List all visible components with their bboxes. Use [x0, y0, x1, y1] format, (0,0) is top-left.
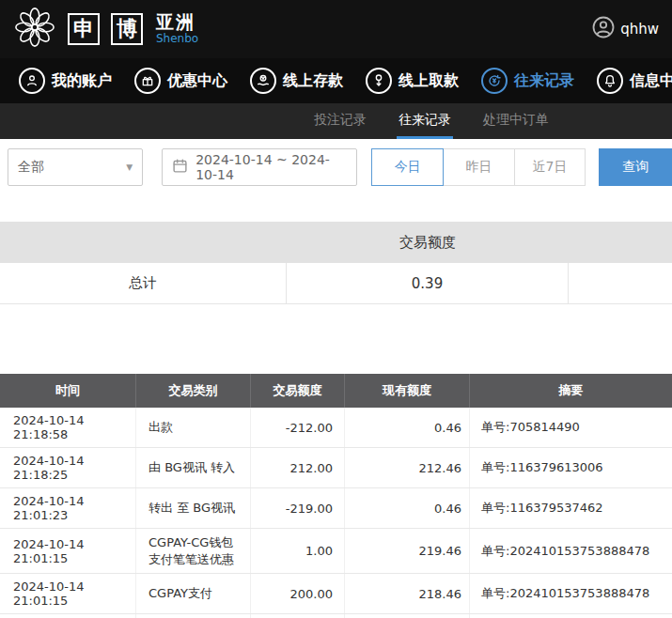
date-range-value: 2024-10-14 ~ 2024-10-14	[195, 152, 347, 182]
cell-amount: -219.00	[251, 488, 345, 528]
cell-balance: 212.46	[345, 448, 470, 487]
tab-pending-orders[interactable]: 处理中订单	[481, 103, 551, 139]
transfer-records-icon	[481, 68, 508, 94]
cell-amount: -212.00	[251, 408, 345, 447]
nav-item-messages[interactable]: 信息中心	[597, 68, 672, 94]
col-header-amount: 交易额度	[251, 374, 345, 408]
transaction-type-select[interactable]: 全部 ▼	[8, 148, 143, 186]
table-row: 2024-10-14 21:18:58 出款 -212.00 0.46 单号:7…	[0, 408, 672, 448]
nav-label: 往来记录	[514, 71, 574, 91]
main-navigation: 我的账户 优惠中心 线上存款 线上取款 往来记录 信息中心	[0, 58, 672, 103]
cell-type: 由 BG视讯 转入	[136, 448, 251, 487]
gift-icon	[134, 68, 161, 94]
summary-total-row: 总计 0.39	[0, 263, 672, 304]
cell-type: CGPAY支付	[136, 574, 251, 613]
cell-time: 2024-10-14 21:01:23	[0, 488, 136, 528]
transactions-table: 时间 交易类别 交易额度 现有额度 摘要 2024-10-14 21:18:58…	[0, 374, 672, 618]
username-label: qhhw	[620, 21, 659, 38]
summary-header-amount: 交易额度	[287, 234, 569, 252]
select-value: 全部	[18, 159, 44, 176]
cell-type: 转出 至 BG视讯	[136, 488, 251, 528]
cell-amount: 212.00	[251, 448, 345, 487]
nav-label: 线上存款	[283, 71, 343, 91]
nav-label: 线上取款	[399, 71, 459, 91]
today-button[interactable]: 今日	[371, 148, 444, 186]
tab-transfer-records[interactable]: 往来记录	[397, 103, 453, 139]
cell-time: 2024-10-14 21:01:15	[0, 574, 136, 613]
cell-note: 单号:202410153753888478	[470, 574, 672, 613]
search-button[interactable]: 查询	[599, 148, 672, 186]
deposit-icon	[250, 68, 276, 94]
table-row: 2024-10-14 21:00:49 活动优惠 18.00 18.46	[0, 614, 672, 618]
brand-name-label: Shenbo	[156, 33, 198, 46]
cell-amount: 1.00	[251, 529, 345, 573]
cell-balance: 218.46	[345, 574, 470, 613]
cell-note: 单号:202410153753888478	[470, 529, 672, 573]
cell-type: 出款	[136, 408, 251, 447]
cell-time: 2024-10-14 21:18:58	[0, 408, 136, 447]
summary-total-value: 0.39	[287, 263, 569, 303]
bell-icon	[597, 68, 623, 94]
summary-table: 交易额度 总计 0.39	[0, 222, 672, 304]
brand-region-label: 亚洲	[156, 12, 198, 33]
last-7-days-button[interactable]: 近7日	[514, 148, 586, 186]
nav-item-promotions[interactable]: 优惠中心	[134, 68, 227, 94]
cell-time: 2024-10-14 21:18:25	[0, 448, 136, 487]
table-row: 2024-10-14 21:01:15 CGPAY-CG钱包支付笔笔送优惠 1.…	[0, 529, 672, 574]
cell-type: 活动优惠	[136, 614, 251, 618]
cell-note	[470, 614, 672, 618]
nav-item-deposit[interactable]: 线上存款	[250, 68, 343, 94]
cell-balance: 0.46	[345, 408, 470, 447]
cell-note: 单号:705814490	[470, 408, 672, 447]
site-logo[interactable]: 申 博 亚洲 Shenbo	[13, 6, 198, 53]
col-header-type: 交易类别	[136, 374, 251, 408]
cell-time: 2024-10-14 21:00:49	[0, 614, 136, 618]
cell-time: 2024-10-14 21:01:15	[0, 529, 136, 573]
cell-note: 单号:116379613006	[470, 448, 672, 487]
filter-bar: 全部 ▼ 2024-10-14 ~ 2024-10-14 今日 昨日 近7日 查…	[0, 139, 672, 195]
date-range-input[interactable]: 2024-10-14 ~ 2024-10-14	[162, 148, 357, 186]
tab-bet-records[interactable]: 投注记录	[312, 103, 368, 139]
withdraw-icon	[366, 68, 392, 94]
col-header-time: 时间	[0, 374, 136, 408]
nav-item-my-account[interactable]: 我的账户	[19, 68, 112, 94]
table-row: 2024-10-14 21:01:23 转出 至 BG视讯 -219.00 0.…	[0, 488, 672, 529]
user-account-menu[interactable]: qhhw	[592, 16, 659, 42]
transactions-header-row: 时间 交易类别 交易额度 现有额度 摘要	[0, 374, 672, 408]
cell-note: 单号:116379537462	[470, 488, 672, 528]
top-bar: 申 博 亚洲 Shenbo qhhw	[0, 0, 672, 58]
summary-spacer-cell	[569, 263, 672, 303]
cell-type: CGPAY-CG钱包支付笔笔送优惠	[136, 529, 251, 573]
cell-amount: 18.00	[251, 614, 345, 618]
logo-char-shen: 申	[68, 13, 100, 45]
logo-char-bo: 博	[111, 13, 143, 45]
nav-item-withdraw[interactable]: 线上取款	[366, 68, 459, 94]
cell-balance: 219.46	[345, 529, 470, 573]
yesterday-button[interactable]: 昨日	[443, 148, 515, 186]
calendar-icon	[172, 158, 188, 177]
chevron-down-icon: ▼	[126, 162, 133, 172]
user-icon	[19, 68, 45, 94]
nav-label: 我的账户	[52, 71, 112, 91]
summary-total-label: 总计	[0, 263, 287, 303]
cell-balance: 18.46	[345, 614, 470, 618]
col-header-balance: 现有额度	[345, 374, 470, 408]
record-subtabs: 投注记录 往来记录 处理中订单	[0, 103, 672, 139]
lotus-flower-icon	[13, 6, 56, 53]
cell-amount: 200.00	[251, 574, 345, 613]
nav-label: 优惠中心	[167, 71, 227, 91]
table-row: 2024-10-14 21:01:15 CGPAY支付 200.00 218.4…	[0, 574, 672, 614]
col-header-note: 摘要	[470, 374, 672, 408]
cell-balance: 0.46	[345, 488, 470, 528]
table-row: 2024-10-14 21:18:25 由 BG视讯 转入 212.00 212…	[0, 448, 672, 488]
summary-header-row: 交易额度	[0, 222, 672, 263]
nav-label: 信息中心	[630, 71, 672, 91]
nav-item-transfer-records[interactable]: 往来记录	[481, 68, 574, 94]
user-avatar-icon	[592, 16, 615, 42]
